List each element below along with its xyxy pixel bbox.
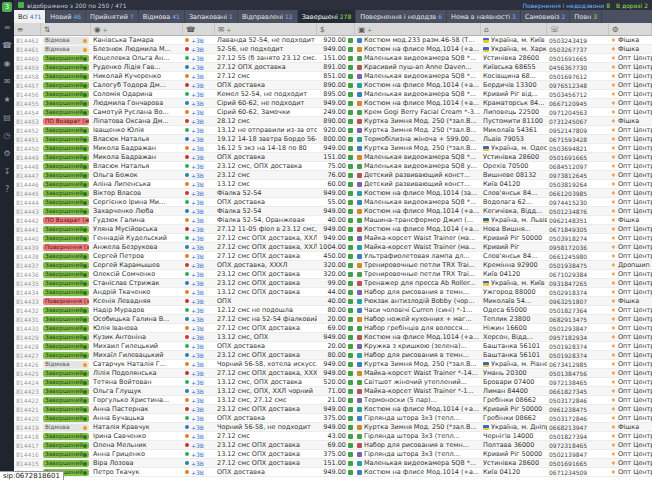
- table-row[interactable]: 814431ЗавершенийОсобицька Галина В...+ЗВ…: [14, 315, 652, 324]
- call-button[interactable]: +ЗВ: [183, 90, 215, 98]
- table-row[interactable]: 814458ЗавершенийНиколай Кучеренко+ЗВ27.1…: [14, 72, 652, 81]
- table-row[interactable]: 814437ЗавершенийСергей Карамышев+ЗВОПХ д…: [14, 261, 652, 270]
- table-row[interactable]: 814429ЗавершенийКузик Антоніна+ЗВ13.12 с…: [14, 333, 652, 342]
- call-button[interactable]: +ЗВ: [183, 468, 215, 476]
- star-icon[interactable]: ★: [3, 95, 10, 104]
- call-button[interactable]: +ЗВ: [183, 342, 215, 350]
- price-column-header[interactable]: $: [317, 23, 355, 35]
- table-row[interactable]: 814432ЗавершенийНадір Мурадов+ЗВ12.12 см…: [14, 306, 652, 315]
- table-row[interactable]: 814428ЗавершенийМихаил Гилецький+ЗВОПХ д…: [14, 342, 652, 351]
- status-column-header[interactable]: ⇅: [41, 23, 91, 35]
- call-button[interactable]: +ЗВ: [183, 117, 215, 125]
- mail-icon[interactable]: ✉: [4, 77, 11, 86]
- call-button[interactable]: +ЗВ: [183, 270, 215, 278]
- call-button[interactable]: +ЗВ: [183, 360, 215, 368]
- call-button[interactable]: +ЗВ: [183, 45, 215, 53]
- call-button[interactable]: +ЗВ: [183, 423, 215, 431]
- table-row[interactable]: 814457ЗавершенийСалогуб Тодора Дм...+ЗВО…: [14, 81, 652, 90]
- table-row[interactable]: 814443ЗавершенийЗахарченко Люба+ЗВФіалка…: [14, 207, 652, 216]
- call-button[interactable]: +ЗВ: [183, 72, 215, 80]
- call-button[interactable]: +ЗВ: [183, 36, 215, 44]
- table-row[interactable]: 814448ЗавершенийВласюк Наталья+ЗВ23.12 с…: [14, 162, 652, 171]
- table-row[interactable]: 814462ВідмоваКанівська Тамара+ЗВЛаванда …: [14, 36, 652, 45]
- table-row[interactable]: 814430ЗавершенийЮлія Іванова+ЗВ27.12 смс…: [14, 324, 652, 333]
- table-row[interactable]: 814421ЗавершенийАнна Пастернак+ЗВ23.12 с…: [14, 405, 652, 414]
- call-button[interactable]: +ЗВ: [183, 369, 215, 377]
- call-button[interactable]: +ЗВ: [183, 315, 215, 323]
- help-icon[interactable]: ?: [5, 185, 9, 194]
- user-icon[interactable]: ◉: [4, 59, 11, 68]
- call-button[interactable]: +ЗВ: [183, 162, 215, 170]
- call-button[interactable]: +ЗВ: [183, 306, 215, 314]
- phone-column-header[interactable]: ☏: [547, 23, 609, 35]
- call-button[interactable]: +ЗВ: [183, 387, 215, 395]
- table-row[interactable]: 814423ЗавершенийОльга Глущук+ЗВ13.12 смс…: [14, 387, 652, 396]
- product-column-header[interactable]: ▣+: [355, 23, 481, 35]
- table-row[interactable]: 814453ПО Возврат (ж.Ліпатова Оксана Дм..…: [14, 117, 652, 126]
- call-button[interactable]: +ЗВ: [183, 54, 215, 62]
- call-button[interactable]: +ЗВ: [183, 459, 215, 467]
- table-row[interactable]: 814435ЗавершенийСтаніслав Стрижак+ЗВ23.1…: [14, 279, 652, 288]
- table-row[interactable]: 814424ЗавершенийТетяна Войтован+ЗВ13.12 …: [14, 378, 652, 387]
- call-button[interactable]: +ЗВ: [183, 432, 215, 440]
- table-row[interactable]: 814417ЗавершенийОлена Мельник+ЗВ23.12 см…: [14, 441, 652, 450]
- table-row[interactable]: 814441ЗавершенийУляна Мусійовська+ЗВ27.1…: [14, 225, 652, 234]
- table-row[interactable]: 814422ЗавершенийГоргулько Христина...+ЗВ…: [14, 396, 652, 405]
- call-button[interactable]: +ЗВ: [183, 297, 215, 305]
- table-row[interactable]: 814420ЗавершенийАнна Бучацька+ЗВОПХ дост…: [14, 414, 652, 423]
- table-row[interactable]: 814449ЗавершенийМикола Бадражан+ЗВОПХ до…: [14, 153, 652, 162]
- call-button[interactable]: +ЗВ: [183, 108, 215, 116]
- call-button[interactable]: +ЗВ: [183, 234, 215, 242]
- comment-column-header[interactable]: ✉+: [215, 23, 317, 35]
- status-chip[interactable]: В дорозі2: [616, 2, 648, 9]
- call-button[interactable]: +ЗВ: [183, 405, 215, 413]
- call-button[interactable]: +ЗВ: [183, 207, 215, 215]
- chart-icon[interactable]: ▤: [3, 113, 11, 122]
- table-row[interactable]: 814425ЗавершенийЛілія Подолянська+ЗВ27.1…: [14, 369, 652, 378]
- table-row[interactable]: 814456ЗавершенийСоломія Одарина+ЗВКемел …: [14, 90, 652, 99]
- tab-самовивіз[interactable]: Самовивіз2: [521, 10, 570, 23]
- call-button[interactable]: +ЗВ: [183, 450, 215, 458]
- call-button[interactable]: +ЗВ: [183, 135, 215, 143]
- tab-повн[interactable]: Повн3: [570, 10, 602, 23]
- client-column-header[interactable]: ◉+: [91, 23, 183, 35]
- call-button[interactable]: +ЗВ: [183, 252, 215, 260]
- table-row[interactable]: 814454ЗавершенийСамотуй Руслана Во...+ЗВ…: [14, 108, 652, 117]
- city-column-header[interactable]: ⌂: [481, 23, 547, 35]
- table-row[interactable]: 814439Повернення (з.Анжела Безрукова+ЗВ2…: [14, 243, 652, 252]
- table-row[interactable]: 814427ЗавершенийМихаїл Гилевацький+ЗВ23.…: [14, 351, 652, 360]
- table-row[interactable]: 814415ЗавершенийВіра Лозова+ЗВ27.12 смс …: [14, 459, 652, 468]
- call-button[interactable]: +ЗВ: [183, 189, 215, 197]
- table-row[interactable]: 814447ЗавершенийОльга Божок+ЗВ23.12 смс7…: [14, 171, 652, 180]
- call-button[interactable]: +ЗВ: [183, 171, 215, 179]
- table-row[interactable]: 814436ЗавершенийОлексій Сомченко+ЗВ23.12…: [14, 270, 652, 279]
- call-button[interactable]: +ЗВ: [183, 198, 215, 206]
- call-column-header[interactable]: ☎: [183, 23, 215, 35]
- table-row[interactable]: 814414ЗавершенийПетро Ткачук+ЗВОПХ доста…: [14, 468, 652, 477]
- tab-відправлені[interactable]: Відправлені12: [238, 10, 298, 23]
- clock-icon[interactable]: ◷: [4, 131, 11, 140]
- call-button[interactable]: +ЗВ: [183, 63, 215, 71]
- table-row[interactable]: 814433Повернення (з.Ксенія Левадняя+ЗВОП…: [14, 297, 652, 306]
- table-row[interactable]: 814418ЗавершенийІрина Савченко+ЗВ27.12 с…: [14, 432, 652, 441]
- tab-запаковані[interactable]: Запаковані1: [185, 10, 238, 23]
- table-row[interactable]: 814446ЗавершенийАліна Липенська+ЗВ13.12 …: [14, 180, 652, 189]
- table-row[interactable]: 814419ВідмоваНаталія Кравчук+ЗВЧорний 56…: [14, 423, 652, 432]
- call-button[interactable]: +ЗВ: [183, 279, 215, 287]
- app-logo-badge[interactable]: 3: [2, 2, 12, 12]
- call-button[interactable]: +ЗВ: [183, 378, 215, 386]
- call-button[interactable]: +ЗВ: [183, 99, 215, 107]
- call-button[interactable]: +ЗВ: [183, 396, 215, 404]
- call-button[interactable]: +ЗВ: [183, 81, 215, 89]
- table-row[interactable]: 814452ЗавершенийІващенко Юлія+ЗВ13.12 не…: [14, 126, 652, 135]
- menu-icon[interactable]: ≡: [4, 23, 11, 32]
- call-button[interactable]: +ЗВ: [183, 216, 215, 224]
- id-column-header[interactable]: ≡: [14, 23, 41, 35]
- call-button[interactable]: +ЗВ: [183, 225, 215, 233]
- call-button[interactable]: +ЗВ: [183, 153, 215, 161]
- table-row[interactable]: 814426ВідмоваСатарчук Наталія Г...+ЗВЧор…: [14, 360, 652, 369]
- download-icon[interactable]: ↧: [4, 167, 11, 176]
- tab-відмова[interactable]: Відмова41: [139, 10, 185, 23]
- source-column-header[interactable]: ⚙: [609, 23, 652, 35]
- tab-всі[interactable]: Всі471: [14, 10, 46, 23]
